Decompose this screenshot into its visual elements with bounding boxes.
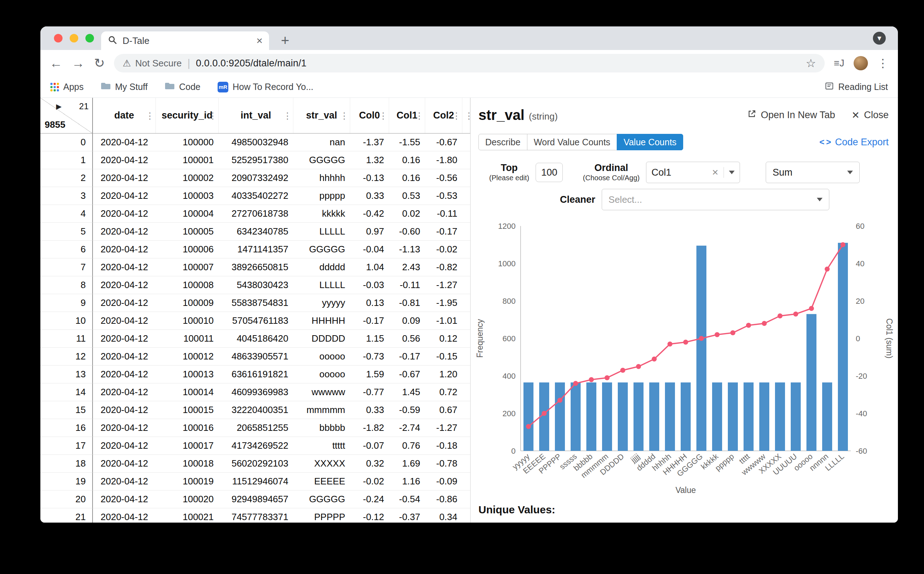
cell-date[interactable]: 2020-04-12 — [93, 276, 156, 294]
cell-str_val[interactable]: HHHHH — [293, 312, 350, 330]
cell-int_val[interactable]: 74577783371 — [219, 508, 293, 523]
cell-Col2[interactable]: 1.20 — [425, 366, 462, 383]
cell-Col1[interactable]: 1.69 — [389, 455, 425, 473]
cell-Col2[interactable]: -1.01 — [425, 312, 462, 330]
cell-date[interactable]: 2020-04-12 — [93, 205, 156, 223]
column-header-Col1[interactable]: Col1⋮ — [389, 98, 425, 133]
not-secure-warning-icon[interactable]: ⚠ — [123, 58, 131, 69]
cell-Col2[interactable]: -0.17 — [425, 223, 462, 241]
cell-date[interactable]: 2020-04-12 — [93, 187, 156, 205]
cell-date[interactable]: 2020-04-12 — [93, 508, 156, 523]
cell-str_val[interactable]: XXXXX — [293, 455, 350, 473]
cell-Col2[interactable]: -0.56 — [425, 169, 462, 187]
cell-security_id[interactable]: 100016 — [156, 419, 219, 437]
cell-Col2[interactable]: -0.86 — [425, 490, 462, 508]
cell-str_val[interactable]: LLLLL — [293, 223, 350, 241]
cell-date[interactable]: 2020-04-12 — [93, 366, 156, 383]
column-menu-icon[interactable]: ⋮ — [340, 110, 349, 121]
cell-Col2[interactable]: -0.02 — [425, 241, 462, 259]
cell-date[interactable]: 2020-04-12 — [93, 383, 156, 401]
cell-security_id[interactable]: 100002 — [156, 169, 219, 187]
cell-int_val[interactable]: 4045186420 — [219, 330, 293, 348]
cell-str_val[interactable]: ooooo — [293, 348, 350, 366]
cell-security_id[interactable]: 100005 — [156, 223, 219, 241]
cell-Col1[interactable]: -0.54 — [389, 490, 425, 508]
cell-str_val[interactable]: PPPPP — [293, 508, 350, 523]
cell-int_val[interactable]: 52529517380 — [219, 151, 293, 169]
cell-Col2[interactable]: -1.80 — [425, 151, 462, 169]
cell-Col0[interactable]: -0.03 — [350, 276, 389, 294]
zoom-window-button[interactable] — [85, 34, 94, 43]
cell-str_val[interactable]: EEEEE — [293, 473, 350, 490]
cell-str_val[interactable]: hhhhh — [293, 169, 350, 187]
column-menu-icon[interactable]: ⋮ — [465, 110, 470, 121]
cell-security_id[interactable]: 100006 — [156, 241, 219, 259]
cell-Col1[interactable]: -0.37 — [389, 508, 425, 523]
column-header-Col0[interactable]: Col0⋮ — [350, 98, 389, 133]
cell-Col1[interactable]: 0.76 — [389, 437, 425, 455]
cell-Col1[interactable]: -0.11 — [389, 276, 425, 294]
cell-str_val[interactable]: ddddd — [293, 259, 350, 276]
code-export-link[interactable]: < > Code Export — [819, 137, 889, 148]
cell-Col1[interactable]: 0.16 — [389, 151, 425, 169]
back-button[interactable]: ← — [50, 57, 63, 69]
cell-str_val[interactable]: GGGGG — [293, 241, 350, 259]
cell-security_id[interactable]: 100008 — [156, 276, 219, 294]
cell-Col1[interactable]: 1.16 — [389, 473, 425, 490]
tab-close-icon[interactable]: × — [256, 35, 263, 46]
cell-security_id[interactable]: 100020 — [156, 490, 219, 508]
column-header-int_val[interactable]: int_val⋮ — [219, 98, 293, 133]
cell-Col1[interactable]: -2.74 — [389, 419, 425, 437]
cell-Col1[interactable]: 0.09 — [389, 312, 425, 330]
cell-Col1[interactable]: -1.55 — [389, 134, 425, 151]
cell-Col1[interactable]: -0.17 — [389, 348, 425, 366]
cell-Col0[interactable]: 0.32 — [350, 455, 389, 473]
column-menu-icon[interactable]: ⋮ — [415, 110, 424, 121]
cell-Col0[interactable]: -0.24 — [350, 490, 389, 508]
cell-Col1[interactable]: -0.59 — [389, 401, 425, 419]
cell-int_val[interactable]: 55838754831 — [219, 294, 293, 312]
cell-str_val[interactable]: DDDDD — [293, 330, 350, 348]
column-menu-icon[interactable]: ⋮ — [379, 110, 388, 121]
close-panel-button[interactable]: ✕ Close — [851, 110, 889, 121]
cell-Col0[interactable]: 1.59 — [350, 366, 389, 383]
cell-str_val[interactable]: kkkkk — [293, 205, 350, 223]
bookmark-star-icon[interactable]: ☆ — [806, 57, 816, 70]
cell-str_val[interactable]: mmmmm — [293, 401, 350, 419]
cell-Col1[interactable]: 0.16 — [389, 169, 425, 187]
cell-int_val[interactable]: 92949894657 — [219, 490, 293, 508]
cell-security_id[interactable]: 100007 — [156, 259, 219, 276]
cell-Col2[interactable]: -0.67 — [425, 134, 462, 151]
cell-security_id[interactable]: 100014 — [156, 383, 219, 401]
cell-str_val[interactable]: bbbbb — [293, 419, 350, 437]
cell-Col2[interactable]: -0.11 — [425, 205, 462, 223]
bookmark-my-stuff[interactable]: My Stuff — [101, 82, 147, 92]
cell-security_id[interactable]: 100003 — [156, 187, 219, 205]
cell-date[interactable]: 2020-04-12 — [93, 348, 156, 366]
cell-security_id[interactable]: 100009 — [156, 294, 219, 312]
cell-security_id[interactable]: 100004 — [156, 205, 219, 223]
cell-Col2[interactable]: 0.72 — [425, 383, 462, 401]
cell-Col2[interactable]: -1.95 — [425, 294, 462, 312]
cell-int_val[interactable]: 6342340785 — [219, 223, 293, 241]
cell-Col2[interactable]: -1.27 — [425, 276, 462, 294]
cell-Col1[interactable]: 1.45 — [389, 383, 425, 401]
cell-Col0[interactable]: 1.15 — [350, 330, 389, 348]
cell-int_val[interactable]: 63616191821 — [219, 366, 293, 383]
cell-date[interactable]: 2020-04-12 — [93, 437, 156, 455]
cell-int_val[interactable]: 38926650815 — [219, 259, 293, 276]
tab-describe[interactable]: Describe — [478, 134, 527, 150]
cell-security_id[interactable]: 100021 — [156, 508, 219, 523]
cell-Col1[interactable]: 0.02 — [389, 205, 425, 223]
cell-int_val[interactable]: 56020292103 — [219, 455, 293, 473]
cell-Col1[interactable]: 0.53 — [389, 187, 425, 205]
cell-Col0[interactable]: -0.04 — [350, 241, 389, 259]
column-menu-icon[interactable]: ⋮ — [146, 110, 154, 121]
browser-menu-icon[interactable]: ⋮ — [877, 57, 889, 70]
cell-date[interactable]: 2020-04-12 — [93, 330, 156, 348]
open-in-new-tab-button[interactable]: Open In New Tab — [747, 109, 835, 121]
cell-security_id[interactable]: 100018 — [156, 455, 219, 473]
cell-security_id[interactable]: 100001 — [156, 151, 219, 169]
cell-int_val[interactable]: 27270618738 — [219, 205, 293, 223]
cell-str_val[interactable]: wwwww — [293, 383, 350, 401]
